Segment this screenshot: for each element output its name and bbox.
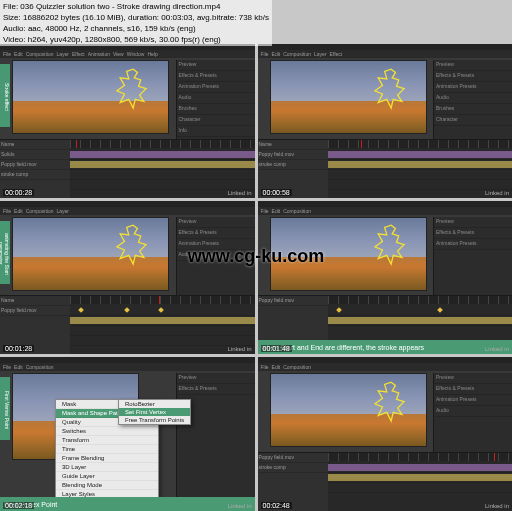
timecode: 00:02:48	[261, 502, 292, 509]
timecode: 00:00:28	[3, 189, 34, 196]
menu-item-blending-mode[interactable]: Blending Mode	[56, 481, 158, 490]
composition-viewer[interactable]	[270, 217, 427, 291]
stroke-shape	[364, 67, 418, 110]
menu-bar[interactable]: FileEditCompositionLayerEffect	[258, 50, 513, 58]
menu-bar[interactable]: FileEditCompositionLayerEffectAnimationV…	[0, 50, 255, 58]
composition-viewer[interactable]	[270, 373, 427, 447]
submenu-item-free-transform[interactable]: Free Transform Points	[119, 416, 190, 424]
side-panels[interactable]: PreviewEffects & Presets	[176, 373, 255, 511]
thumb-2: FileEditCompositionLayerEffect PreviewEf…	[258, 44, 513, 198]
linkedin-logo: Linked in	[227, 346, 251, 352]
screenshot-grid: FileEditCompositionLayerEffectAnimationV…	[0, 44, 512, 511]
thumb-4: FileEditComposition PreviewEffects & Pre…	[258, 201, 513, 355]
menu-bar[interactable]: FileEditComposition	[258, 207, 513, 215]
stroke-shape	[106, 67, 160, 110]
caption-banner: when Start and End are different, the st…	[258, 340, 513, 354]
menu-item-switches[interactable]: Switches	[56, 427, 158, 436]
linkedin-logo: Linked in	[485, 503, 509, 509]
menu-item-3d-layer[interactable]: 3D Layer	[56, 463, 158, 472]
linkedin-logo: Linked in	[485, 190, 509, 196]
composition-viewer[interactable]	[270, 60, 427, 134]
composition-viewer[interactable]	[12, 217, 169, 291]
linkedin-logo: Linked in	[227, 190, 251, 196]
timecode: 00:00:58	[261, 189, 292, 196]
menu-item-guide-layer[interactable]: Guide Layer	[56, 472, 158, 481]
composition-viewer[interactable]	[12, 60, 169, 134]
menu-item-time[interactable]: Time	[56, 445, 158, 454]
thumb-1: FileEditCompositionLayerEffectAnimationV…	[0, 44, 255, 198]
submenu-item-set-first-vertex[interactable]: Set First Vertex	[119, 408, 190, 416]
menu-bar[interactable]: FileEditComposition	[0, 363, 255, 371]
linkedin-logo: Linked in	[227, 503, 251, 509]
caption-banner: First Vertex Point	[0, 497, 255, 511]
menu-item-transform[interactable]: Transform	[56, 436, 158, 445]
thumb-5: FileEditComposition First Vertex Point M…	[0, 357, 255, 511]
stroke-shape	[364, 380, 418, 423]
thumb-6: FileEditComposition PreviewEffects & Pre…	[258, 357, 513, 511]
side-tab: Stroke effect	[0, 64, 10, 127]
menu-bar[interactable]: FileEditCompositionLayer	[0, 207, 255, 215]
linkedin-logo: Linked in	[485, 346, 509, 352]
media-info: File: 036 Quizzler solution two - Stroke…	[0, 0, 272, 46]
thumb-3: FileEditCompositionLayer animating the S…	[0, 201, 255, 355]
context-submenu[interactable]: RotoBezier Set First Vertex Free Transfo…	[118, 399, 191, 425]
stroke-shape	[364, 223, 418, 266]
menu-bar[interactable]: FileEditComposition	[258, 363, 513, 371]
submenu-item-rotobezier[interactable]: RotoBezier	[119, 400, 190, 408]
timecode: 00:01:48	[261, 345, 292, 352]
timecode: 00:01:28	[3, 345, 34, 352]
stroke-shape	[106, 223, 160, 266]
side-tab: First Vertex Point	[0, 377, 10, 440]
menu-item-frame-blending[interactable]: Frame Blending	[56, 454, 158, 463]
timecode: 00:02:18	[3, 502, 34, 509]
side-tab: animating the Start parameter	[0, 221, 10, 284]
